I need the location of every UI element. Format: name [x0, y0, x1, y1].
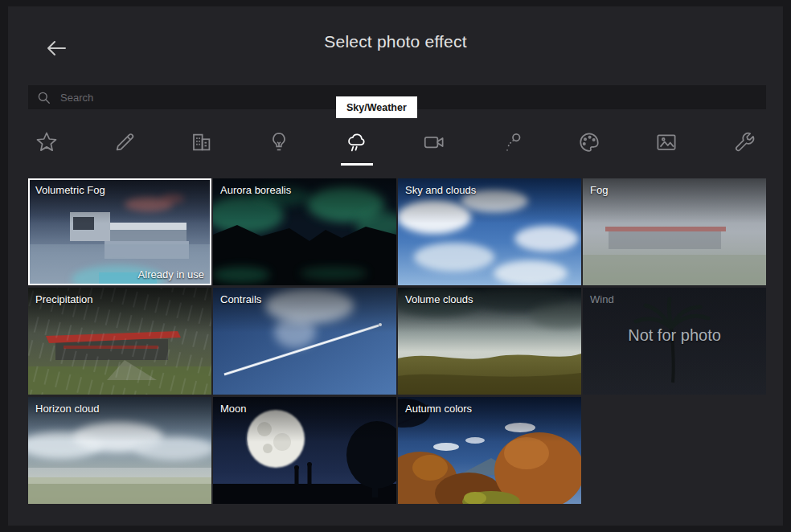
effect-tile-horizon-cloud[interactable]: Horizon cloud [28, 397, 211, 504]
tab-photo[interactable] [628, 121, 705, 170]
search-icon [36, 90, 51, 105]
tab-sketch[interactable] [85, 121, 162, 170]
particles-icon [500, 130, 524, 154]
effect-tile-moon[interactable]: Moon [213, 397, 396, 504]
selected-tab-underline [341, 163, 373, 166]
tab-particles[interactable] [473, 121, 550, 170]
pencil-icon [113, 130, 137, 154]
select-effect-dialog: Select photo effect Sky/Weather Volumetr… [8, 6, 783, 526]
effect-tile-aurora-borealis[interactable]: Aurora borealis [213, 178, 396, 285]
image-icon [654, 130, 678, 154]
wrench-icon [732, 130, 756, 154]
effect-tile-volumetric-fog[interactable]: Volumetric FogAlready in use [28, 178, 211, 285]
tab-light[interactable] [240, 121, 318, 170]
palette-icon [577, 130, 601, 154]
tab-favorites[interactable] [8, 121, 85, 170]
effect-tile-autumn-colors[interactable]: Autumn colors [398, 397, 581, 504]
effect-tile-contrails[interactable]: Contrails [213, 288, 396, 395]
star-icon [35, 130, 59, 154]
lightbulb-icon [267, 130, 291, 154]
tab-sky-weather[interactable] [318, 121, 396, 170]
cloud-rain-icon [345, 130, 369, 154]
page-title: Select photo effect [8, 32, 783, 51]
tab-camera[interactable] [396, 121, 473, 170]
effect-tile-precipitation[interactable]: Precipitation [28, 288, 211, 395]
effect-tile-fog[interactable]: Fog [583, 178, 766, 285]
tab-utilities[interactable] [706, 121, 783, 170]
effect-tile-sky-and-clouds[interactable]: Sky and clouds [398, 178, 581, 285]
video-camera-icon [422, 130, 446, 154]
tab-tooltip: Sky/Weather [336, 96, 417, 118]
effect-tile-volume-clouds[interactable]: Volume clouds [398, 288, 581, 395]
tab-scene[interactable] [163, 121, 240, 170]
buildings-icon [190, 130, 214, 154]
effects-grid: Volumetric FogAlready in useAurora borea… [28, 178, 766, 504]
tab-bar [8, 121, 783, 170]
tab-color[interactable] [551, 121, 628, 170]
effect-tile-wind: WindNot for photo [583, 288, 766, 395]
